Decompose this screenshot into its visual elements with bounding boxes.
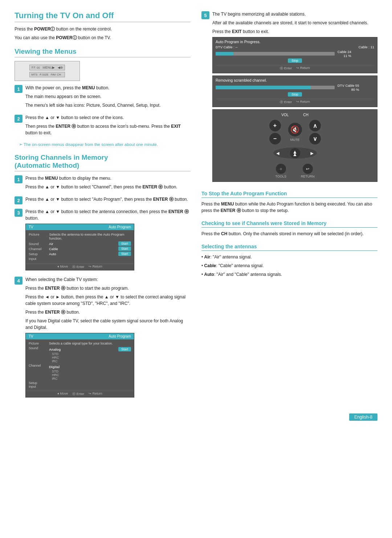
auto-start-btn: Start	[118, 252, 131, 256]
analog-channel-label: Channel	[29, 364, 47, 367]
ps2-nav-enter: ⓔ Enter	[280, 100, 292, 105]
nav-enter: ⓔ Enter	[72, 265, 84, 269]
storing-step-num-4: 4	[15, 277, 23, 285]
return-btn: ↩	[303, 164, 313, 174]
antenna-air: • Air: "Air" antenna signal.	[201, 254, 377, 260]
tv-auto-item: Auto	[49, 252, 116, 256]
page-footer: English-8	[15, 413, 377, 421]
ps2-stop-btn: Stop	[288, 92, 302, 97]
step5-para2: After all the available channels are sto…	[212, 20, 377, 26]
irc-item2: IRC	[49, 377, 131, 380]
progress-screen-2: Removing scrambled channel. DTV Cable 55…	[212, 76, 377, 107]
storing-step4: 4 When selecting the Cable TV system: Pr…	[15, 276, 191, 400]
viewing-step1-line2: The main menu appears on the screen.	[25, 93, 191, 100]
step4-para1: When selecting the Cable TV system:	[25, 276, 191, 283]
storing-step1-line2: Press the ▲ or ▼ button to select "Chann…	[25, 184, 191, 190]
mute-btn: 🔇	[288, 123, 302, 136]
std-item1: STD	[49, 352, 61, 356]
ps2-title: Removing scrambled channel.	[216, 78, 374, 82]
section-title-turning: Turning the TV On and Off	[15, 11, 191, 22]
analog-setup-label: Setup	[29, 381, 47, 385]
storing-step-num-5: 5	[201, 11, 209, 19]
nav-down-btn: ▲	[293, 151, 298, 157]
antenna-cable: • Cable: "Cable" antenna signal.	[201, 262, 377, 269]
ps2-right-label: DTV Cable 55	[338, 83, 359, 87]
analog-input-label: Input	[29, 385, 47, 388]
std-item2: STD	[49, 370, 131, 373]
nav-return: ↪ Return	[89, 265, 102, 269]
footer-badge: English-8	[349, 413, 377, 421]
section-title-viewing: Viewing the Menus	[15, 48, 191, 57]
ps2-right-pct: 80 %	[338, 87, 359, 91]
storing-step5: 5 The TV begins memorizing all available…	[201, 11, 377, 184]
ps2-progress-bar	[216, 86, 335, 89]
auto-program-screen: TV Auto Program Picture Selects the ante…	[25, 224, 134, 270]
tv-auto-desc: Selects the antenna to execute the Auto …	[49, 232, 131, 240]
step5-para3: Press the EXIT button to exit.	[212, 28, 377, 35]
vol-label: VOL	[281, 113, 289, 117]
section-title-stop: To Stop the Auto Program Function	[201, 191, 377, 198]
storing-step-num-3: 3	[15, 209, 23, 217]
viewing-step2: 2 Press the ▲ or ▼ button to select one …	[15, 114, 191, 138]
analog-digital-screen: TV Auto Program Picture Selects a cable …	[25, 333, 134, 398]
tools-label: TOOLS	[275, 175, 286, 178]
auto-program-label: Auto Program	[109, 225, 131, 229]
analog-nav-move: ♦ Move	[57, 392, 68, 396]
progress-screen-1: Auto Program in Progress. DTV Cable : --…	[212, 37, 377, 73]
analog-program-label: Auto Program	[109, 334, 131, 338]
air-start-btn: Start	[118, 241, 131, 246]
ch-down-btn: ∨	[309, 133, 321, 144]
tv-label: TV	[29, 225, 33, 229]
return-label: RETURN	[301, 175, 315, 178]
ch-label: CH	[303, 113, 308, 117]
ps1-progress-fill	[216, 52, 233, 56]
turning-para1: Press the POWERⓘ button on the remote co…	[15, 26, 191, 32]
ps1-right-label: Cable 24	[338, 50, 351, 54]
storing-step1: 1 Press the MENU button to display the m…	[15, 175, 191, 192]
analog-nav-return: ↪ Return	[89, 392, 102, 396]
section-title-antennas: Selecting the antennas	[201, 244, 377, 251]
ps1-row1-label: DTV Cable : --	[216, 45, 238, 49]
analog-tv-label: TV	[29, 334, 33, 338]
antenna-auto: • Auto: "Air" and "Cable" antenna signal…	[201, 271, 377, 278]
tv-setup-label: Setup	[29, 252, 47, 256]
digital-label: Digital	[49, 365, 131, 369]
tv-sound-label: Sound	[29, 242, 47, 246]
nav-left-btn: ◄	[275, 150, 281, 156]
step4-para4: Press the ENTER ⓔ button.	[25, 309, 191, 315]
analog-sound-label: Sound	[29, 346, 47, 350]
step5-para1: The TV begins memorizing all available s…	[212, 11, 377, 17]
ps1-progress-bar	[216, 52, 335, 56]
step-num-2: 2	[15, 115, 23, 123]
viewing-note: The on-screen menus disappear from the s…	[19, 142, 191, 147]
hrc-item1: HRC	[49, 356, 61, 359]
storing-step-num-1: 1	[15, 175, 23, 183]
turning-para2: You can also use the POWERⓘ button on th…	[15, 34, 191, 41]
storing-step1-line1: Press the MENU button to display the men…	[25, 175, 191, 182]
step4-para3: Press the ◄ or ► button, then press the …	[25, 294, 191, 307]
nav-right-btn: ►	[310, 150, 315, 156]
analog-picture-label: Picture	[29, 342, 47, 345]
remote-control-image: VOL CH + − 🔇 MUTE	[212, 109, 377, 182]
viewing-step1: 1 With the power on, press the MENU butt…	[15, 85, 191, 111]
viewing-step2-line2: Then press the ENTER ⓔ button to access …	[25, 123, 191, 136]
ps1-title: Auto Program in Progress.	[216, 40, 374, 44]
storing-step-num-2: 2	[15, 196, 23, 204]
ch-up-btn: ∧	[309, 120, 321, 131]
tv-channel-label: Channel	[29, 247, 47, 251]
ps1-nav-return: ↪ Return	[296, 66, 310, 71]
storing-step2: 2 Press the ▲ or ▼ button to select "Aut…	[15, 196, 191, 205]
viewing-step1-line3: The menu's left side has icons: Picture,…	[25, 102, 191, 109]
storing-step2-line1: Press the ▲ or ▼ button to select "Auto …	[25, 196, 191, 203]
step4-para5: If you have Digital cable TV, select the…	[25, 318, 191, 331]
viewing-step2-line1: Press the ▲ or ▼ button to select one of…	[25, 114, 191, 121]
tv-air-item: Air	[49, 242, 116, 246]
menu-mockup-image: ⠿⠿ cc MENU▶ ◀⊕ MTSP.SIZEFAV CH	[15, 61, 80, 81]
ps1-row1-val: Cable : 11	[359, 45, 374, 49]
tv-picture-label: Picture	[29, 232, 47, 240]
analog-start-btn: Start	[118, 347, 131, 351]
analog-label: Analog	[49, 347, 61, 351]
analog-nav-enter: ⓔ Enter	[72, 392, 84, 396]
step4-para2: Press the ENTER ⓔ button to start the au…	[25, 285, 191, 292]
nav-move: ♦ Move	[57, 265, 68, 269]
